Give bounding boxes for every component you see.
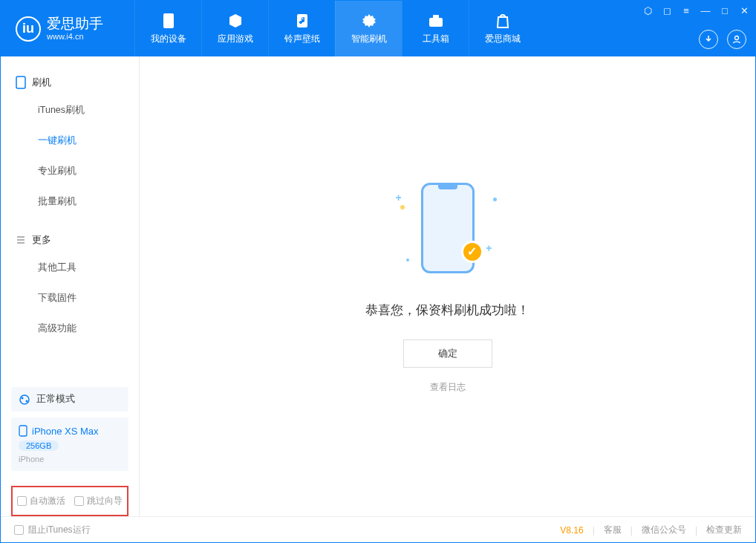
main-tabs: 我的设备 应用游戏 铃声壁纸 智能刷机 工具箱 爱思商城 — [134, 1, 535, 56]
version-label: V8.16 — [560, 525, 583, 536]
svg-rect-2 — [429, 18, 443, 27]
sidebar-item-advanced[interactable]: 高级功能 — [1, 313, 139, 344]
view-log-link[interactable]: 查看日志 — [430, 381, 466, 394]
svg-point-7 — [22, 397, 24, 399]
sidebar-item-download-firmware[interactable]: 下载固件 — [1, 283, 139, 313]
user-button[interactable] — [727, 30, 746, 49]
sidebar-group-more: 更多 — [1, 227, 139, 253]
gear-icon — [361, 13, 377, 29]
window-controls: ⬡ ◻ ≡ — □ ✕ — [641, 4, 751, 17]
maximize-button[interactable]: □ — [718, 4, 731, 17]
app-name: 爱思助手 — [47, 16, 103, 32]
logo-area: iu 爱思助手 www.i4.cn — [1, 1, 134, 56]
logo-icon: iu — [16, 16, 41, 42]
capacity-badge: 256GB — [19, 440, 59, 451]
mode-icon — [19, 394, 30, 406]
svg-rect-3 — [433, 15, 439, 19]
success-illustration: + + ✓ — [396, 180, 500, 284]
tab-label: 应用游戏 — [218, 33, 253, 45]
tab-label: 我的设备 — [151, 33, 186, 45]
tab-label: 铃声壁纸 — [284, 33, 320, 45]
wechat-link[interactable]: 微信公众号 — [642, 524, 686, 536]
main-content: + + ✓ 恭喜您，保资料刷机成功啦！ 确定 查看日志 — [140, 56, 755, 516]
success-message: 恭喜您，保资料刷机成功啦！ — [365, 302, 529, 319]
device-type: iPhone — [19, 455, 121, 464]
check-icon: ✓ — [461, 241, 483, 263]
tab-apps[interactable]: 应用游戏 — [201, 1, 268, 56]
svg-point-4 — [735, 36, 739, 40]
stop-itunes-checkbox[interactable]: 阻止iTunes运行 — [14, 524, 91, 536]
cube-icon — [227, 13, 244, 29]
download-button[interactable] — [699, 30, 718, 49]
menu-icon[interactable]: ≡ — [680, 4, 693, 17]
group-label: 刷机 — [32, 76, 51, 89]
device-small-icon — [19, 425, 27, 437]
tab-store[interactable]: 爱思商城 — [469, 1, 535, 56]
checkbox-label: 跳过向导 — [87, 495, 123, 507]
device-card[interactable]: iPhone XS Max 256GB iPhone — [11, 417, 128, 471]
header-right-buttons — [699, 30, 746, 49]
sidebar-item-other-tools[interactable]: 其他工具 — [1, 253, 139, 283]
app-body: 刷机 iTunes刷机 一键刷机 专业刷机 批量刷机 更多 其他工具 下载固件 … — [1, 56, 755, 516]
check-update-link[interactable]: 检查更新 — [706, 524, 742, 536]
minimize-button[interactable]: — — [699, 4, 712, 17]
toolbox-icon — [428, 13, 444, 29]
sidebar-item-pro-flash[interactable]: 专业刷机 — [1, 156, 139, 186]
shirt-icon[interactable]: ⬡ — [641, 4, 654, 17]
checkbox-label: 阻止iTunes运行 — [28, 524, 91, 536]
sidebar-item-batch-flash[interactable]: 批量刷机 — [1, 186, 139, 217]
svg-point-6 — [20, 395, 29, 404]
tab-label: 智能刷机 — [351, 33, 387, 45]
tab-toolbox[interactable]: 工具箱 — [402, 1, 469, 56]
svg-rect-5 — [16, 77, 25, 88]
checkbox-label: 自动激活 — [30, 495, 65, 507]
sidebar-item-oneclick-flash[interactable]: 一键刷机 — [1, 126, 139, 156]
tab-label: 爱思商城 — [485, 33, 521, 45]
list-icon — [16, 235, 26, 245]
auto-activate-checkbox[interactable]: 自动激活 — [17, 495, 65, 507]
device-name: iPhone XS Max — [32, 426, 99, 437]
skip-guide-checkbox[interactable]: 跳过向导 — [74, 495, 123, 507]
app-url: www.i4.cn — [47, 32, 103, 41]
tab-ringtones[interactable]: 铃声壁纸 — [268, 1, 335, 56]
tab-flash[interactable]: 智能刷机 — [335, 1, 402, 56]
sidebar-item-itunes-flash[interactable]: iTunes刷机 — [1, 95, 139, 126]
lock-icon[interactable]: ◻ — [660, 4, 674, 17]
bag-icon — [495, 13, 511, 29]
close-button[interactable]: ✕ — [737, 4, 751, 17]
svg-point-8 — [26, 400, 28, 402]
music-icon — [294, 13, 310, 29]
ok-button[interactable]: 确定 — [403, 339, 492, 368]
support-link[interactable]: 客服 — [604, 524, 622, 536]
sidebar-group-flash: 刷机 — [1, 70, 139, 95]
device-icon — [160, 13, 177, 29]
highlighted-options: 自动激活 跳过向导 — [11, 486, 128, 516]
group-label: 更多 — [32, 233, 51, 247]
mode-label: 正常模式 — [36, 393, 75, 406]
svg-rect-9 — [19, 426, 27, 436]
sidebar: 刷机 iTunes刷机 一键刷机 专业刷机 批量刷机 更多 其他工具 下载固件 … — [1, 56, 140, 516]
phone-icon — [16, 76, 26, 89]
mode-card[interactable]: 正常模式 — [11, 387, 128, 412]
tab-label: 工具箱 — [423, 33, 449, 45]
footer: 阻止iTunes运行 V8.16 | 客服 | 微信公众号 | 检查更新 — [1, 516, 755, 543]
tab-my-device[interactable]: 我的设备 — [134, 1, 201, 56]
svg-rect-0 — [163, 13, 174, 28]
app-header: iu 爱思助手 www.i4.cn 我的设备 应用游戏 铃声壁纸 智能刷机 工具… — [1, 1, 755, 56]
